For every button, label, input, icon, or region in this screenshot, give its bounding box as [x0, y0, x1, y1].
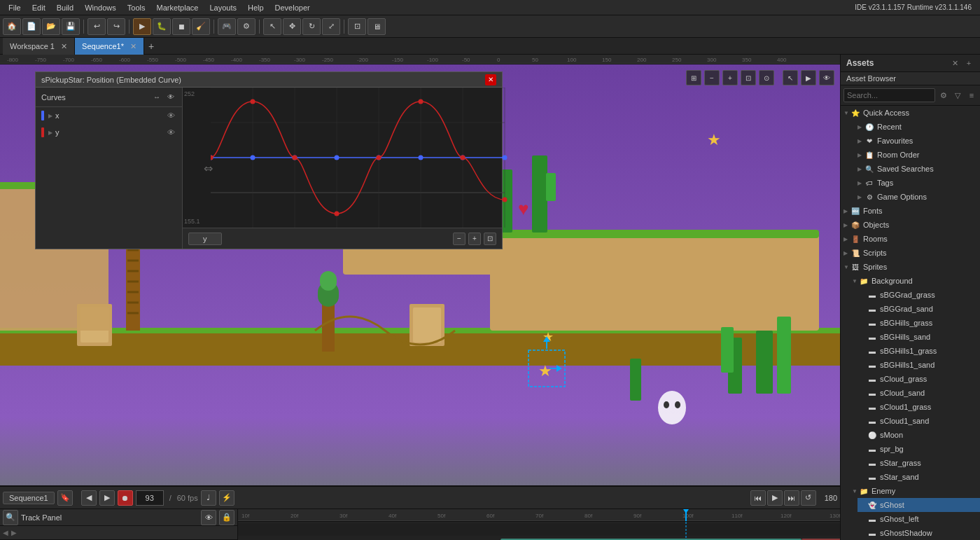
asset-game-options[interactable]: ▶ ⚙ Game Options — [855, 190, 980, 204]
canvas-cursor-btn[interactable]: ↖ — [783, 70, 798, 85]
asset-search-settings[interactable]: ⚙ — [938, 90, 949, 101]
play-btn[interactable]: ▶ — [767, 490, 783, 506]
asset-search-input[interactable] — [844, 88, 935, 102]
tab-workspace1[interactable]: Workspace 1 ✕ — [3, 38, 75, 55]
toolbar-zoom-fit[interactable]: ⊡ — [348, 18, 366, 35]
toolbar-open[interactable]: 📂 — [42, 18, 60, 35]
toolbar-screen[interactable]: 🖥 — [368, 18, 386, 35]
toolbar-new[interactable]: 📄 — [22, 18, 41, 35]
curve-y-eye[interactable]: 👁 — [165, 127, 176, 138]
tl-lightning-btn[interactable]: ⚡ — [219, 490, 234, 506]
menu-help[interactable]: Help — [242, 0, 270, 15]
asset-enemy-group[interactable]: ▼ 📁 Enemy — [849, 484, 980, 498]
toolbar-home[interactable]: 🏠 — [3, 18, 21, 35]
track-visibility-icon[interactable]: 👁 — [201, 510, 216, 525]
asset-background-group[interactable]: ▼ 📁 Background — [849, 274, 980, 288]
menu-tools[interactable]: Tools — [122, 0, 151, 15]
asset-fonts[interactable]: ▶ 🔤 Fonts — [841, 204, 980, 218]
asset-favourites[interactable]: ▶ ❤ Favourites — [855, 134, 980, 148]
current-frame-input[interactable]: 93 — [136, 490, 164, 506]
chart-zoom-out[interactable]: − — [453, 233, 465, 245]
asset-objects[interactable]: ▶ 📦 Objects — [841, 218, 980, 232]
toolbar-clean[interactable]: 🧹 — [192, 18, 210, 35]
asset-sCloud-sand[interactable]: ▬sCloud_sand — [858, 386, 980, 400]
asset-saved-searches[interactable]: ▶ 🔍 Saved Searches — [855, 162, 980, 176]
canvas-fit-btn[interactable]: ⊡ — [741, 70, 756, 85]
asset-recent[interactable]: ▶ 🕐 Recent — [855, 120, 980, 134]
sequence-name-label[interactable]: Sequence1 — [3, 492, 55, 504]
canvas-center-btn[interactable]: ⊙ — [759, 70, 774, 85]
asset-sCloud1-sand[interactable]: ▬sCloud1_sand — [858, 414, 980, 428]
asset-sMoon[interactable]: ⚪sMoon — [858, 428, 980, 442]
tl-bookmark-btn[interactable]: 🔖 — [57, 490, 73, 506]
chart-channel-label[interactable]: y — [188, 233, 222, 245]
assets-panel-close[interactable]: ✕ — [949, 57, 960, 69]
toolbar-scale[interactable]: ⤢ — [322, 18, 340, 35]
curve-y-item[interactable]: ▶ y 👁 — [36, 124, 182, 141]
tab-workspace1-close[interactable]: ✕ — [61, 42, 67, 50]
canvas-play-btn[interactable]: ▶ — [801, 70, 816, 85]
toolbar-rotate[interactable]: ↻ — [302, 18, 321, 35]
asset-room-order[interactable]: ▶ 📋 Room Order — [855, 148, 980, 162]
toolbar-save[interactable]: 💾 — [62, 18, 80, 35]
assets-panel-add[interactable]: + — [963, 57, 974, 69]
toolbar-move[interactable]: ✥ — [283, 18, 301, 35]
toolbar-undo[interactable]: ↩ — [88, 18, 106, 35]
asset-sBGGrad-grass[interactable]: ▬sBGGrad_grass — [858, 288, 980, 302]
asset-sGhost[interactable]: 👻sGhost — [858, 498, 980, 512]
asset-quick-access[interactable]: ▼ ⭐ Quick Access — [841, 106, 980, 120]
tl-metronome-btn[interactable]: ♩ — [201, 490, 216, 506]
curves-normalize-icon[interactable]: ↔ — [151, 92, 162, 103]
fonts-expand[interactable]: ▶ — [844, 208, 850, 214]
asset-sCloud-grass[interactable]: ▬sCloud_grass — [858, 372, 980, 386]
track-nav-left[interactable]: ◀ — [3, 529, 8, 536]
track-lock-icon[interactable]: 🔒 — [219, 510, 234, 525]
curves-dialog-titlebar[interactable]: sPickupStar: Position (Embedded Curve) ✕ — [36, 72, 502, 88]
toolbar-select[interactable]: ↖ — [263, 18, 281, 35]
canvas-zoom-in-btn[interactable]: + — [722, 70, 738, 85]
tab-add[interactable]: + — [144, 38, 158, 55]
tl-next-frame-btn[interactable]: ▶ — [99, 490, 115, 506]
toolbar-run[interactable]: ▶ — [133, 18, 151, 35]
toolbar-settings[interactable]: ⚙ — [237, 18, 255, 35]
asset-sBGHills-grass[interactable]: ▬sBGHills_grass — [858, 316, 980, 330]
menu-developer[interactable]: Developer — [270, 0, 316, 15]
canvas-grid-btn[interactable]: ⊞ — [686, 70, 701, 85]
curve-x-expand[interactable]: ▶ — [48, 113, 52, 119]
menu-file[interactable]: File — [3, 0, 27, 15]
menu-marketplace[interactable]: Marketplace — [150, 0, 204, 15]
toolbar-stop[interactable]: ⏹ — [172, 18, 190, 35]
saved-searches-expand[interactable]: ▶ — [858, 166, 864, 172]
track-search-icon[interactable]: 🔍 — [3, 510, 18, 525]
chart-zoom-fit[interactable]: ⊡ — [484, 233, 496, 245]
asset-sBGHills1-grass[interactable]: ▬sBGHills1_grass — [858, 344, 980, 358]
asset-sStar-grass[interactable]: ▬sStar_grass — [858, 456, 980, 470]
rooms-expand[interactable]: ▶ — [844, 236, 850, 242]
curves-dialog-close[interactable]: ✕ — [485, 74, 496, 85]
asset-sGhostShadow[interactable]: ▬sGhostShadow — [858, 526, 980, 540]
tags-expand[interactable]: ▶ — [858, 180, 864, 186]
menu-edit[interactable]: Edit — [27, 0, 51, 15]
play-end-btn[interactable]: ⏭ — [784, 490, 799, 506]
curves-visible-icon[interactable]: 👁 — [165, 92, 176, 103]
scripts-expand[interactable]: ▶ — [844, 250, 850, 256]
tab-sequence1[interactable]: Sequence1* ✕ — [75, 38, 144, 55]
asset-sStar-sand[interactable]: ▬sStar_sand — [858, 470, 980, 484]
asset-sBGHills-sand[interactable]: ▬sBGHills_sand — [858, 330, 980, 344]
enemy-expand[interactable]: ▼ — [852, 488, 859, 494]
asset-sGhost-left[interactable]: ▬sGhost_left — [858, 512, 980, 526]
toolbar-gamepad[interactable]: 🎮 — [218, 18, 236, 35]
canvas-view-btn[interactable]: 👁 — [819, 70, 834, 85]
tl-record-btn[interactable]: ⏺ — [118, 490, 133, 506]
canvas-zoom-out-btn[interactable]: − — [704, 70, 720, 85]
asset-spr-bg[interactable]: ▬spr_bg — [858, 442, 980, 456]
sprites-expand[interactable]: ▼ — [844, 264, 850, 270]
curve-x-item[interactable]: ▶ x 👁 — [36, 107, 182, 124]
asset-filter-icon[interactable]: ▽ — [952, 90, 963, 101]
menu-layouts[interactable]: Layouts — [204, 0, 242, 15]
curves-chart[interactable]: 252 155.1 ⇔ — [183, 88, 502, 249]
favourites-expand[interactable]: ▶ — [858, 138, 864, 144]
asset-list-icon[interactable]: ≡ — [966, 90, 977, 101]
loop-btn[interactable]: ↺ — [801, 490, 816, 506]
curve-y-expand[interactable]: ▶ — [48, 130, 52, 136]
